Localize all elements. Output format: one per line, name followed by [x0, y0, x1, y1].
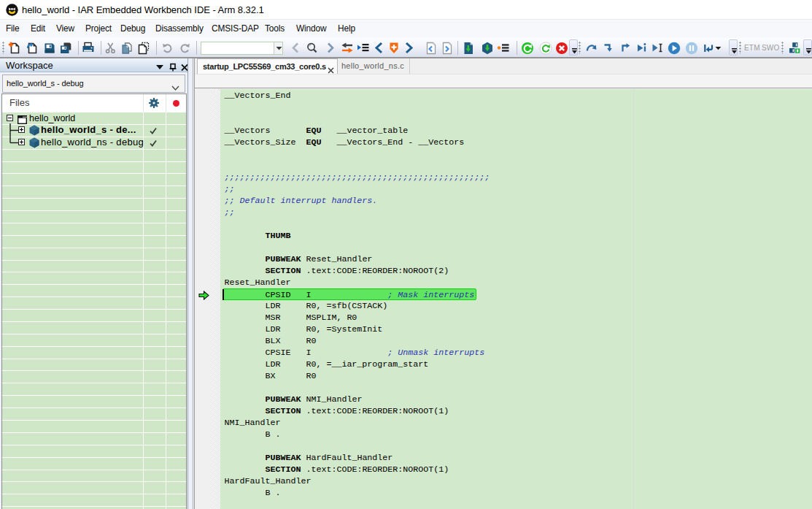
find-next-icon[interactable] [323, 42, 336, 55]
menu-debug[interactable]: Debug [120, 20, 145, 38]
code-line-26[interactable]: PUBWEAK NMI_Handler [225, 394, 812, 405]
toolbar-overflow-button[interactable] [569, 39, 578, 56]
code-line-32[interactable]: SECTION .text:CODE:REORDER:NOROOT(1) [225, 464, 812, 475]
menu-file[interactable]: File [6, 20, 20, 38]
workspace-pin-icon[interactable] [169, 61, 177, 70]
print-icon[interactable] [82, 42, 95, 55]
workspace-menu-dropdown-icon[interactable] [155, 61, 164, 70]
break-icon[interactable] [685, 42, 698, 55]
reset-icon[interactable] [702, 42, 715, 55]
code-line-15[interactable]: SECTION .text:CODE:REORDER:NOROOT(2) [225, 265, 812, 277]
code-line-1[interactable] [225, 102, 812, 113]
expand-icon[interactable] [18, 139, 25, 145]
code-line-5[interactable] [225, 148, 812, 160]
code-line-27[interactable]: SECTION .text:CODE:REORDER:NOROOT(1) [225, 405, 812, 417]
code-line-28[interactable]: NMI_Handler [225, 417, 812, 429]
trace-swo-button[interactable]: SWO [762, 42, 780, 54]
toolbar-grip[interactable] [579, 42, 581, 54]
editor-tab-hello-world-ns-c[interactable]: hello_world_ns.c [338, 58, 410, 74]
multicore-download-icon[interactable] [788, 42, 801, 55]
save-icon[interactable] [43, 42, 56, 55]
code-line-13[interactable] [225, 242, 812, 253]
paste-icon[interactable] [137, 42, 150, 55]
go-icon[interactable] [668, 42, 681, 55]
code-line-2[interactable] [225, 113, 812, 125]
code-line-33[interactable]: HardFault_Handler [225, 475, 812, 487]
previous-document-icon[interactable] [425, 42, 438, 55]
workspace-panel-titlebar[interactable]: Workspace [0, 58, 187, 72]
code-line-9[interactable]: ;; Default interrupt handlers. [225, 195, 812, 207]
editor-tab-startup-lpc55s69-cm33-core0-s[interactable]: startup_LPC55S69_cm33_core0.s [197, 58, 338, 74]
menu-window[interactable]: Window [296, 20, 326, 38]
menu-tools[interactable]: Tools [265, 20, 285, 38]
search-icon[interactable] [306, 42, 319, 55]
navigate-swap-icon[interactable] [341, 42, 354, 55]
download-icon[interactable] [481, 42, 494, 55]
menu-edit[interactable]: Edit [31, 20, 45, 38]
redo-icon[interactable] [178, 42, 191, 55]
menu-disassembly[interactable]: Disassembly [155, 20, 204, 38]
search-combobox[interactable] [201, 42, 283, 55]
menu-cmsis-dap[interactable]: CMSIS-DAP [212, 20, 259, 38]
code-line-11[interactable] [225, 218, 812, 230]
code-line-16[interactable]: Reset_Handler [225, 277, 812, 288]
code-line-22[interactable]: CPSIE I ; Unmask interrupts [225, 347, 812, 359]
cut-icon[interactable] [104, 42, 117, 55]
tree-item-label[interactable]: hello_world_ns - debug [41, 137, 144, 148]
build-refresh-icon[interactable] [539, 42, 552, 55]
goto-list-icon[interactable] [357, 42, 370, 55]
download-menu-icon[interactable] [497, 42, 510, 55]
tab-close-icon[interactable] [328, 64, 334, 70]
code-line-8[interactable]: ;; [225, 183, 812, 195]
code-line-14[interactable]: PUBWEAK Reset_Handler [225, 253, 812, 265]
code-line-3[interactable]: __Vectors EQU __vector_table [225, 125, 812, 137]
panel-splitter[interactable] [187, 58, 193, 509]
code-line-24[interactable]: BX R0 [225, 370, 812, 382]
code-line-12[interactable]: THUMB [225, 230, 812, 242]
tree-row-hello-world-ns-debug[interactable]: hello_world_ns - debug [2, 137, 186, 148]
code-line-29[interactable]: B . [225, 429, 812, 440]
code-line-25[interactable] [225, 382, 812, 394]
code-line-4[interactable]: __Vectors_Size EQU __Vectors_End - __Vec… [225, 137, 812, 148]
code-line-18[interactable]: LDR R0, =sfb(CSTACK) [225, 300, 812, 312]
download-file-icon[interactable] [462, 42, 475, 55]
stop-build-icon[interactable] [555, 42, 568, 55]
code-line-17[interactable]: CPSID I ; Mask interrupts [225, 288, 812, 300]
navigate-back-icon[interactable] [373, 42, 386, 55]
toolbar-overflow-button[interactable] [729, 39, 738, 56]
toolbar-overflow-button[interactable] [803, 39, 812, 56]
code-line-34[interactable]: B . [225, 487, 812, 499]
code-line-30[interactable] [225, 440, 812, 452]
save-all-icon[interactable] [59, 42, 72, 55]
open-file-icon[interactable] [26, 42, 39, 55]
step-out-icon[interactable] [619, 42, 633, 55]
reset-menu-arrow-icon[interactable] [714, 42, 727, 55]
code-line-21[interactable]: BLX R0 [225, 335, 812, 347]
copy-icon[interactable] [120, 42, 134, 55]
make-icon[interactable] [521, 42, 534, 55]
workspace-configuration-select[interactable]: hello_world_s - debug [2, 74, 185, 93]
search-input[interactable] [202, 43, 274, 53]
step-over-icon[interactable] [585, 42, 598, 55]
step-into-icon[interactable] [602, 42, 615, 55]
run-to-cursor-icon[interactable] [651, 42, 664, 55]
code-line-31[interactable]: PUBWEAK HardFault_Handler [225, 452, 812, 464]
expand-icon[interactable] [18, 126, 25, 133]
code-line-35[interactable] [225, 499, 812, 509]
new-document-icon[interactable] [8, 42, 21, 55]
tree-row-hello-world[interactable]: hello_world [2, 112, 186, 124]
code-line-23[interactable]: LDR R0, =__iar_program_start [225, 359, 812, 370]
tree-row-hello-world-s-de-[interactable]: hello_world_s - de... [2, 124, 186, 136]
tree-item-label[interactable]: hello_world [29, 112, 75, 124]
search-dropdown-button[interactable] [274, 42, 282, 54]
gear-icon[interactable] [149, 98, 159, 108]
next-document-icon[interactable] [441, 42, 454, 55]
code-line-19[interactable]: MSR MSPLIM, R0 [225, 312, 812, 324]
code-area[interactable]: __Vectors_End__Vectors EQU __vector_tabl… [220, 89, 812, 509]
code-line-20[interactable]: LDR R0, =SystemInit [225, 324, 812, 335]
bookmark-icon[interactable] [387, 42, 401, 55]
files-column-header[interactable]: Files [2, 94, 186, 112]
toolbar-grip[interactable] [739, 42, 742, 54]
undo-icon[interactable] [161, 42, 174, 55]
navigate-forward-icon[interactable] [402, 42, 415, 55]
